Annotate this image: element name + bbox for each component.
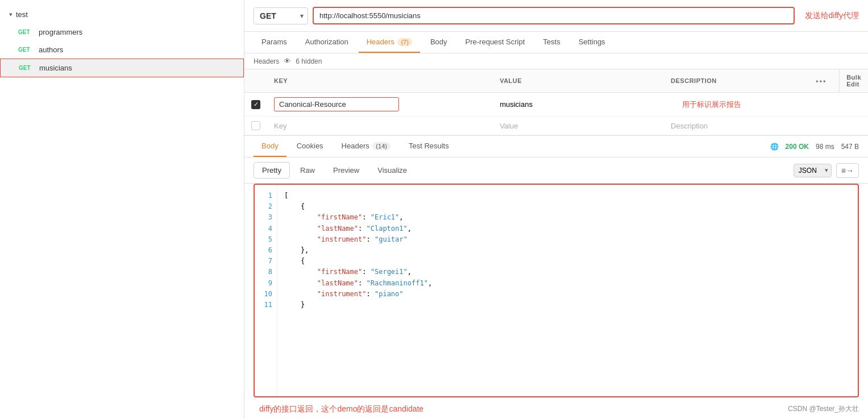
row1-bulk-cell <box>840 93 868 117</box>
resp-tab-test-results[interactable]: Test Results <box>401 136 457 157</box>
checkbox-checked: ✓ <box>251 100 260 109</box>
code-line: } <box>284 300 851 310</box>
item-label: authors <box>39 45 63 54</box>
resp-tab-body[interactable]: Body <box>254 136 286 157</box>
bottom-credit: CSDN @Tester_孙大壮 <box>788 404 859 414</box>
row1-annotation: 用于标识展示报告 <box>682 100 741 109</box>
row1-value-cell: musicians <box>493 93 664 117</box>
wrap-button[interactable]: ≡→ <box>836 163 859 178</box>
bulk-edit-btn[interactable]: Bulk Edit <box>840 69 868 93</box>
resp-tab-badge: (14) <box>372 142 391 150</box>
code-tabs-row: PrettyRawPreviewVisualize JSON XML HTML … <box>244 157 868 184</box>
format-select-wrapper: JSON XML HTML ≡→ <box>794 163 859 178</box>
col-checkbox <box>244 69 267 93</box>
row1-key-input[interactable] <box>274 97 399 111</box>
three-dots-icon[interactable]: ••• <box>816 77 827 85</box>
line-num: 11 <box>259 300 272 310</box>
url-bar: GET POST PUT DELETE http://localhost:555… <box>244 0 868 32</box>
tab-authorization[interactable]: Authorization <box>297 32 356 53</box>
tab-headers[interactable]: Headers (7) <box>359 32 420 53</box>
item-label: musicians <box>39 64 72 72</box>
response-annotation: diffy的接口返回，这个demo的返回是candidate <box>259 404 423 414</box>
code-line: "instrument": "piano" <box>284 289 851 300</box>
row2-value-placeholder: Value <box>500 122 518 130</box>
code-line: { <box>284 201 851 212</box>
sidebar: ▾ test GETprogrammersGETauthorsGETmusici… <box>0 0 244 419</box>
code-line: [ <box>284 190 851 201</box>
status-ok: 200 OK <box>786 143 809 151</box>
url-annotation: 发送给diffy代理 <box>805 11 859 21</box>
main-panel: GET POST PUT DELETE http://localhost:555… <box>244 0 868 419</box>
table-row: Key Value Description <box>244 117 868 135</box>
row2-more <box>809 117 840 135</box>
headers-label: Headers <box>254 57 279 65</box>
sidebar-item-musicians[interactable]: GETmusicians <box>0 59 244 77</box>
response-size: 547 B <box>841 143 859 151</box>
line-num: 1 <box>259 190 272 201</box>
method-badge: GET <box>19 65 35 71</box>
row2-key-placeholder: Key <box>274 122 286 130</box>
method-select[interactable]: GET POST PUT DELETE <box>254 7 308 24</box>
row1-desc-cell: 用于标识展示报告 <box>664 93 809 117</box>
headers-table: KEY VALUE DESCRIPTION ••• Bulk Edit ✓ mu… <box>244 69 868 135</box>
tab-pre-request-script[interactable]: Pre-request Script <box>458 32 533 53</box>
tab-settings[interactable]: Settings <box>571 32 613 53</box>
code-line: { <box>284 256 851 267</box>
row2-desc-cell[interactable]: Description <box>664 117 809 135</box>
col-key: KEY <box>267 69 493 93</box>
sidebar-item-authors[interactable]: GETauthors <box>0 41 244 59</box>
request-tabs-row: ParamsAuthorizationHeaders (7)BodyPre-re… <box>244 32 868 53</box>
row1-key-cell <box>267 93 493 117</box>
code-line: }, <box>284 245 851 256</box>
line-num: 4 <box>259 223 272 234</box>
col-description: DESCRIPTION <box>664 69 809 93</box>
tab-tests[interactable]: Tests <box>535 32 568 53</box>
row2-checkbox-cell[interactable] <box>244 117 267 135</box>
col-more: ••• <box>809 69 840 93</box>
globe-icon: 🌐 <box>770 143 779 151</box>
code-tab-raw[interactable]: Raw <box>292 163 323 178</box>
row2-value-cell[interactable]: Value <box>493 117 664 135</box>
line-num: 8 <box>259 267 272 277</box>
method-badge: GET <box>18 29 34 35</box>
resp-tab-headers[interactable]: Headers (14) <box>334 136 398 157</box>
sidebar-items: GETprogrammersGETauthorsGETmusicians <box>0 23 244 77</box>
tab-params[interactable]: Params <box>254 32 295 53</box>
code-tab-preview[interactable]: Preview <box>325 163 367 178</box>
code-tab-pretty[interactable]: Pretty <box>254 162 290 179</box>
collection-title[interactable]: ▾ test <box>0 6 244 23</box>
code-area: 1234567891011 [ { "firstName": "Eric1", … <box>254 184 859 397</box>
item-label: programmers <box>39 28 82 36</box>
method-badge: GET <box>18 47 34 53</box>
code-line: "instrument": "guitar" <box>284 234 851 245</box>
row1-more-cell <box>809 93 840 117</box>
code-line: "lastName": "Rachmaninoff1", <box>284 278 851 289</box>
resp-tab-cookies[interactable]: Cookies <box>289 136 331 157</box>
format-select-container: JSON XML HTML <box>794 164 832 177</box>
code-tab-visualize[interactable]: Visualize <box>369 163 415 178</box>
row2-key-cell[interactable]: Key <box>267 117 493 135</box>
col-value: VALUE <box>493 69 664 93</box>
hidden-count: 6 hidden <box>296 57 322 65</box>
response-time: 98 ms <box>816 143 834 151</box>
method-select-wrapper: GET POST PUT DELETE <box>254 7 308 24</box>
row1-value: musicians <box>500 100 533 109</box>
tab-body[interactable]: Body <box>422 32 455 53</box>
row2-bulk <box>840 117 868 135</box>
line-num: 6 <box>259 245 272 256</box>
tab-badge: (7) <box>397 38 412 46</box>
line-num: 10 <box>259 289 272 300</box>
format-select[interactable]: JSON XML HTML <box>794 164 832 177</box>
collection-name: test <box>16 10 28 19</box>
line-num: 7 <box>259 256 272 267</box>
row1-checkbox-cell[interactable]: ✓ <box>244 93 267 117</box>
table-row: ✓ musicians 用于标识展示报告 <box>244 93 868 117</box>
checkbox-empty <box>251 121 260 130</box>
sidebar-item-programmers[interactable]: GETprogrammers <box>0 23 244 41</box>
url-input[interactable]: http://localhost:5550/musicians <box>313 7 795 24</box>
code-content: [ { "firstName": "Eric1", "lastName": "C… <box>277 185 858 396</box>
code-line: "firstName": "Sergei1", <box>284 267 851 277</box>
headers-sub-row: Headers 👁 6 hidden <box>244 53 868 69</box>
line-num: 2 <box>259 201 272 212</box>
line-num: 9 <box>259 278 272 289</box>
